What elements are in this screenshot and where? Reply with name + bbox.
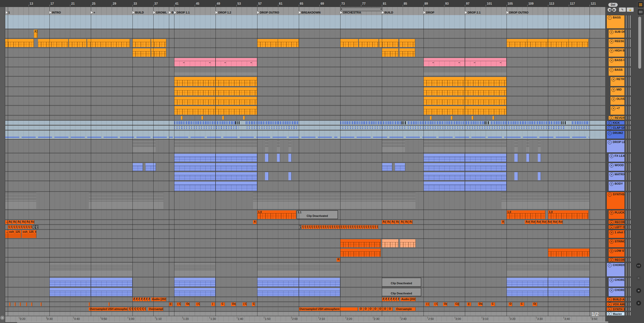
midi-clip[interactable] <box>151 48 166 57</box>
small-clip[interactable]: A <box>135 298 137 301</box>
small-clip[interactable]: L <box>344 225 346 229</box>
track-header-high-build[interactable]: ▾HIGH BUILD <box>608 48 625 57</box>
track-lane-7[interactable] <box>5 106 605 115</box>
small-clip[interactable]: Auc <box>552 220 557 224</box>
midi-clip[interactable] <box>359 39 379 47</box>
track-header-matrix[interactable]: ▾MATRIX <box>608 172 625 180</box>
bar-ruler[interactable]: 1317212529333741454953576165697377818589… <box>0 0 644 7</box>
audio-clip[interactable]: Oversample <box>148 307 163 311</box>
midi-clip[interactable] <box>382 48 399 57</box>
track-header-drop-lead[interactable]: ≡DROP LEAD <box>607 140 625 153</box>
track-header-master[interactable]: ▸Master <box>607 312 625 316</box>
tiny-clip[interactable] <box>493 116 494 120</box>
tiny-clip[interactable] <box>89 302 90 306</box>
track-header-plucked[interactable]: ▾PLUCKED <box>608 210 625 219</box>
small-clip[interactable]: Auc <box>525 220 530 224</box>
track-lane-chords[interactable]: Clip Deactivated <box>5 288 605 296</box>
small-clip[interactable]: O <box>509 302 512 306</box>
track-header-body[interactable]: ▾BODY <box>608 181 625 191</box>
time-ruler-toggle-icon[interactable]: ≈ <box>0 316 4 320</box>
track-header-7[interactable]: ▾+7 <box>610 106 625 115</box>
small-clip[interactable]: Auc <box>404 220 408 224</box>
midi-clip[interactable] <box>49 288 91 296</box>
mixer-section-toggle-i-o[interactable]: I-O <box>636 263 641 268</box>
midi-clip[interactable] <box>91 278 132 287</box>
locator-intro[interactable]: INTRO <box>49 10 61 15</box>
track-lane-reverse[interactable] <box>5 116 605 120</box>
tiny-clip[interactable] <box>41 302 42 306</box>
small-clip[interactable]: C <box>491 302 495 306</box>
small-clip[interactable]: Auc <box>530 220 535 224</box>
horizontal-scrollbar[interactable] <box>17 321 608 323</box>
track-header-reese[interactable]: ▾REESE <box>608 39 625 47</box>
small-clip[interactable]: L <box>13 225 15 229</box>
small-clip[interactable]: L <box>15 225 17 229</box>
track-lane-fx-lead[interactable] <box>5 153 605 162</box>
vertical-scrollbar[interactable] <box>638 17 641 69</box>
small-clip[interactable]: L <box>311 225 313 229</box>
midi-clip[interactable] <box>340 249 381 257</box>
midi-clip[interactable] <box>548 39 569 47</box>
small-clip[interactable]: L <box>329 225 331 229</box>
small-clip[interactable]: L <box>20 225 22 229</box>
small-clip[interactable]: Auc <box>386 220 390 224</box>
midi-clip[interactable] <box>151 39 166 47</box>
track-header-build-audio[interactable]: ▸BUILD AUDIO <box>607 297 625 301</box>
track-header-strings[interactable]: ▾STRINGS <box>608 239 625 248</box>
midi-clip[interactable] <box>174 278 216 287</box>
device-view-toggle[interactable] <box>637 9 644 15</box>
track-lane-wood[interactable] <box>5 163 605 171</box>
track-header-bass[interactable]: ≡BASS <box>607 15 625 29</box>
midi-clip[interactable] <box>132 39 151 47</box>
midi-clip[interactable] <box>299 288 340 296</box>
midi-clip[interactable] <box>465 106 507 115</box>
midi-clip[interactable] <box>507 288 548 296</box>
midi-clip[interactable] <box>340 239 381 247</box>
small-clip[interactable]: A <box>397 298 399 301</box>
small-clip[interactable]: L <box>367 225 369 229</box>
midi-clip[interactable] <box>465 97 507 105</box>
small-clip[interactable]: L <box>338 225 340 229</box>
small-clip[interactable]: ( C <box>434 302 438 306</box>
midi-clip[interactable] <box>216 106 257 115</box>
small-clip[interactable]: L <box>10 225 12 229</box>
small-clip[interactable]: L <box>376 225 378 229</box>
small-clip[interactable]: A <box>132 298 135 301</box>
track-header-bass-hit[interactable]: ▾BASS HIT <box>608 58 625 67</box>
small-clip[interactable]: O <box>138 307 141 311</box>
track-lane-body[interactable] <box>5 181 605 191</box>
track-lane-plucked[interactable]: 1.01.1Clip Deactivated1.01.0 <box>5 210 605 219</box>
small-clip[interactable]: L <box>30 225 32 229</box>
track-lane-strings[interactable] <box>5 239 605 248</box>
track-lane-low-strings[interactable] <box>5 248 605 257</box>
locator-build[interactable]: BUILD <box>132 10 144 15</box>
small-clip[interactable]: Auc <box>408 220 413 224</box>
small-clip[interactable]: A <box>394 298 397 301</box>
small-clip[interactable]: L <box>25 225 27 229</box>
midi-clip[interactable] <box>340 39 358 47</box>
scrub-area[interactable]: 1INTRO+BUILDGROWLBDROP 1.1DROP 1.2DROP O… <box>5 7 605 15</box>
small-clip[interactable]: A <box>387 298 389 301</box>
small-clip[interactable]: O <box>359 307 364 311</box>
track-header-left-over[interactable]: ▸LEFT OVER <box>608 225 625 229</box>
track-lane-left-over[interactable]: LLLLLLLLLLLLLLLLLLLLLLLLLLLLLLLLLLLLLLLL… <box>5 225 605 229</box>
tiny-clip[interactable] <box>222 116 224 120</box>
midi-clip[interactable] <box>49 278 91 287</box>
midi-clip[interactable] <box>257 288 299 296</box>
small-clip[interactable]: Auc <box>541 220 546 224</box>
midi-clip[interactable] <box>507 39 527 47</box>
midi-clip[interactable] <box>424 106 465 115</box>
track-lane-master[interactable] <box>5 312 605 316</box>
audio-clip[interactable]: Oversampled USH atmosphere <box>299 307 358 311</box>
small-clip[interactable]: C(( <box>454 302 459 306</box>
audio-clip[interactable]: osh_125_ki <box>22 230 36 238</box>
small-clip[interactable]: Auc <box>400 220 404 224</box>
small-clip[interactable]: A <box>140 298 142 301</box>
small-clip[interactable]: L <box>336 225 338 229</box>
locator-drop-1-2[interactable]: DROP 1.2 <box>216 10 231 15</box>
small-clip[interactable] <box>538 154 541 162</box>
track-lane-1-shot-string[interactable]: ... osh_125_kiosh_125_ki <box>5 230 605 238</box>
small-clip[interactable]: L <box>342 225 344 229</box>
small-clip[interactable]: A <box>382 298 384 301</box>
small-clip[interactable]: ( C <box>243 302 247 306</box>
